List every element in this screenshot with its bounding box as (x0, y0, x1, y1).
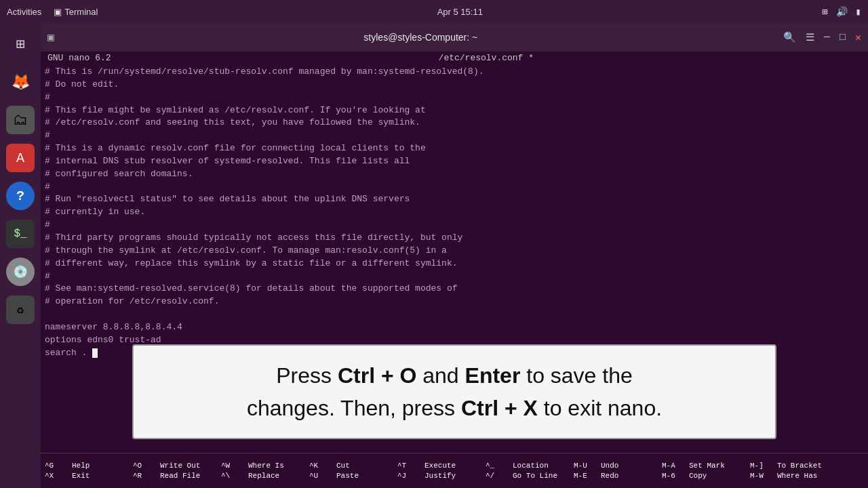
editor-line: # Run "resolvectl status" to see details… (45, 193, 864, 206)
shortcut-label-2-1: Replace (248, 471, 279, 481)
shortcut-label-7-0: Set Mark (689, 461, 725, 470)
minimize-button[interactable]: ─ (824, 32, 830, 43)
shortcut-label-8-1: Where Has (777, 471, 817, 481)
shortcut-key-7-1: M-6 (662, 471, 686, 481)
sidebar-icon-files[interactable]: 🗂 (6, 106, 35, 134)
sidebar-icon-grid[interactable]: ⊞ (6, 30, 35, 58)
sidebar-icon-help[interactable]: ? (6, 182, 35, 210)
shortcut-item-1-0[interactable]: ^OWrite Out (133, 461, 200, 470)
shortcut-key-0-1: ^X (45, 471, 69, 481)
editor-line: # internal DNS stub resolver of systemd-… (45, 155, 864, 168)
shortcut-label-7-1: Copy (689, 471, 707, 481)
shortcut-item-6-0[interactable]: M-UUndo (574, 461, 618, 470)
sidebar-icon-trash[interactable]: ♻ (6, 296, 35, 324)
shortcut-item-3-0[interactable]: ^KCut (309, 461, 350, 470)
shortcut-label-3-0: Cut (336, 461, 350, 470)
shortcut-key-3-1: ^U (309, 471, 334, 481)
shortcut-key-5-1: ^/ (486, 471, 510, 481)
editor-line: # different way, replace this symlink by… (45, 258, 864, 270)
menu-icon[interactable]: ☰ (806, 31, 814, 44)
shortcut-bar: ^GHelp^XExit^OWrite Out^RRead File^WWher… (41, 453, 868, 488)
enter-key: Enter (465, 363, 521, 388)
shortcut-item-5-0[interactable]: ^_Location (486, 461, 549, 470)
instruction-overlay: Press Ctrl + O and Enter to save the cha… (132, 344, 776, 439)
shortcut-item-5-1[interactable]: ^/Go To Line (486, 471, 557, 481)
shortcut-key-1-1: ^R (133, 471, 157, 481)
shortcut-label-4-0: Execute (425, 461, 456, 470)
shortcut-item-1-1[interactable]: ^RRead File (133, 471, 200, 481)
shortcut-key-2-0: ^W (221, 461, 245, 470)
shortcut-key-4-0: ^T (397, 461, 422, 470)
editor-line: # currently in use. (45, 206, 864, 219)
sidebar-icon-appstore[interactable]: A (6, 144, 35, 172)
shortcut-item-4-0[interactable]: ^TExecute (397, 461, 456, 470)
editor-line: nameserver 8.8.8.8,8.8.4.4 (45, 321, 864, 334)
shortcut-key-3-0: ^K (309, 461, 334, 470)
shortcut-group-2: ^WWhere Is^\Replace (217, 453, 305, 488)
editor-line: # Do not edit. (45, 79, 864, 92)
text-cursor (92, 348, 98, 358)
shortcut-item-0-0[interactable]: ^GHelp (45, 461, 90, 470)
shortcut-label-5-0: Location (513, 461, 549, 470)
terminal-title: styles@styles-Computer: ~ (363, 32, 477, 43)
editor-area[interactable]: # This is /run/systemd/resolve/stub-reso… (41, 64, 868, 453)
shortcut-item-0-1[interactable]: ^XExit (45, 471, 90, 481)
terminal-titlebar: ▣ styles@styles-Computer: ~ 🔍 ☰ ─ □ ✕ (41, 23, 868, 52)
shortcut-item-8-1[interactable]: M-WWhere Has (750, 471, 817, 481)
system-bar-left: Activities ▣Terminal (7, 7, 98, 17)
shortcut-key-8-0: M-] (750, 461, 774, 470)
editor-line: # (45, 181, 864, 194)
shortcut-item-6-1[interactable]: M-ERedo (574, 471, 618, 481)
shortcut-label-3-1: Paste (336, 471, 359, 481)
volume-icon: 🔊 (836, 6, 848, 18)
shortcut-item-8-0[interactable]: M-]To Bracket (750, 461, 822, 470)
shortcut-label-2-0: Where Is (248, 461, 284, 470)
editor-line (45, 308, 864, 321)
shortcut-label-6-1: Redo (601, 471, 618, 481)
shortcut-label-5-1: Go To Line (513, 471, 557, 481)
shortcut-item-7-1[interactable]: M-6Copy (662, 471, 707, 481)
editor-line: # See man:systemd-resolved.service(8) fo… (45, 283, 864, 296)
sidebar-icon-firefox[interactable]: 🦊 (6, 68, 35, 96)
shortcut-group-7: M-ASet MarkM-6Copy (658, 453, 746, 488)
sidebar: ⊞ 🦊 🗂 A ? $_ 💿 ♻ (0, 23, 41, 488)
shortcut-item-2-0[interactable]: ^WWhere Is (221, 461, 284, 470)
shortcut-group-5: ^_Location^/Go To Line (481, 453, 570, 488)
shortcut-item-2-1[interactable]: ^\Replace (221, 471, 279, 481)
shortcut-key-0-0: ^G (45, 461, 69, 470)
shortcut-label-1-0: Write Out (160, 461, 200, 470)
activities-label[interactable]: Activities (7, 7, 41, 17)
nano-header: GNU nano 6.2 /etc/resolv.conf * (41, 52, 868, 64)
titlebar-left: ▣ (47, 30, 58, 44)
search-icon[interactable]: 🔍 (783, 31, 796, 44)
editor-line: # This is /run/systemd/resolve/stub-reso… (45, 66, 864, 79)
shortcut-group-4: ^TExecute^JJustify (393, 453, 481, 488)
instruction-text: Press Ctrl + O and Enter to save the cha… (161, 359, 748, 424)
editor-line: # This is a dynamic resolv.conf file for… (45, 142, 864, 155)
shortcut-item-4-1[interactable]: ^JJustify (397, 471, 456, 481)
editor-line: # operation for /etc/resolv.conf. (45, 296, 864, 308)
shortcut-label-8-0: To Bracket (777, 461, 822, 470)
editor-line: # (45, 92, 864, 104)
shortcut-item-3-1[interactable]: ^UPaste (309, 471, 359, 481)
shortcut-key-1-0: ^O (133, 461, 157, 470)
shortcut-group-3: ^KCut^UPaste (305, 453, 393, 488)
editor-line: # /etc/resolv.conf and seeing this text,… (45, 117, 864, 129)
titlebar-controls: 🔍 ☰ ─ □ ✕ (783, 31, 861, 44)
shortcut-key-2-1: ^\ (221, 471, 245, 481)
shortcut-label-0-1: Exit (72, 471, 90, 481)
sidebar-icon-disk[interactable]: 💿 (6, 258, 35, 286)
maximize-button[interactable]: □ (840, 32, 846, 43)
editor-line: # through the symlink at /etc/resolv.con… (45, 245, 864, 258)
system-tray: ⊞ 🔊 ▮ (822, 6, 861, 18)
shortcut-key-6-0: M-U (574, 461, 598, 470)
editor-line: # (45, 129, 864, 142)
close-button[interactable]: ✕ (855, 31, 861, 44)
datetime-label: Apr 5 15:11 (437, 7, 483, 17)
terminal-label: ▣Terminal (54, 7, 98, 17)
shortcut-item-7-0[interactable]: M-ASet Mark (662, 461, 725, 470)
shortcut-key-5-0: ^_ (486, 461, 510, 470)
sidebar-icon-terminal[interactable]: $_ (6, 220, 35, 248)
network-icon: ⊞ (822, 6, 827, 18)
shortcut-group-1: ^OWrite Out^RRead File (129, 453, 217, 488)
